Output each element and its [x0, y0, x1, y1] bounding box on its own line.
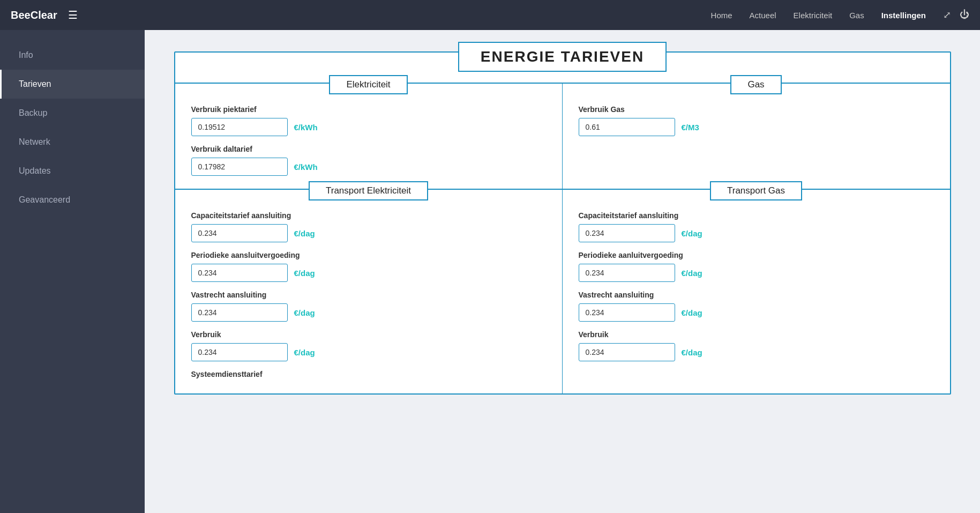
cap-gas-row: €/dag	[579, 224, 934, 242]
vastrecht-elek-unit: €/dag	[294, 308, 315, 317]
verbruik-elek-label: Verbruik	[191, 330, 546, 339]
periodieke-gas-label: Periodieke aanluitvergoeding	[579, 251, 934, 259]
verbruik-dal-unit: €/kWh	[294, 162, 318, 172]
verbruik-piek-unit: €/kWh	[294, 123, 318, 132]
verbruik-dal-input[interactable]	[191, 158, 288, 176]
vastrecht-elek-input[interactable]	[191, 303, 288, 322]
nav-home[interactable]: Home	[711, 11, 732, 20]
elektriciteit-section: Elektriciteit Verbruik piektarief €/kWh …	[175, 84, 563, 189]
nav-gas[interactable]: Gas	[849, 11, 864, 20]
gas-header-wrapper: Gas	[579, 75, 934, 94]
nav-instellingen[interactable]: Instellingen	[881, 11, 926, 20]
cap-gas-unit: €/dag	[682, 229, 702, 238]
page-title: ENERGIE TARIEVEN	[458, 42, 667, 72]
verbruik-elek-input[interactable]	[191, 343, 288, 361]
tarieven-card: ENERGIE TARIEVEN Elektriciteit Verbruik …	[174, 51, 951, 395]
transport-gas-header-wrapper: Transport Gas	[579, 181, 934, 200]
transport-gas-header: Transport Gas	[710, 181, 802, 200]
transport-elek-header-wrapper: Transport Elektriciteit	[191, 181, 546, 200]
top-two-columns: Elektriciteit Verbruik piektarief €/kWh …	[175, 83, 950, 189]
vastrecht-elek-label: Vastrecht aansluiting	[191, 291, 546, 299]
verbruik-gas-transport-input[interactable]	[579, 343, 675, 361]
expand-icon[interactable]: ⤢	[943, 9, 951, 21]
periodieke-elek-input[interactable]	[191, 264, 288, 282]
verbruik-dal-row: €/kWh	[191, 158, 546, 176]
topnav: BeeClear ☰ Home Actueel Elektriciteit Ga…	[0, 0, 980, 30]
vastrecht-gas-input[interactable]	[579, 303, 675, 322]
cap-gas-label: Capaciteitstarief aansluiting	[579, 211, 934, 220]
hamburger-icon[interactable]: ☰	[68, 9, 78, 21]
transport-gas-section: Transport Gas Capaciteitstarief aansluit…	[563, 190, 950, 393]
topnav-icons: ⤢ ⏻	[943, 9, 969, 21]
nav-elektriciteit[interactable]: Elektriciteit	[794, 11, 833, 20]
verbruik-gas-transport-unit: €/dag	[682, 348, 702, 357]
vastrecht-elek-row: €/dag	[191, 303, 546, 322]
nav-actueel[interactable]: Actueel	[750, 11, 776, 20]
transport-elektriciteit-section: Transport Elektriciteit Capaciteitstarie…	[175, 190, 563, 393]
card-title-wrapper: ENERGIE TARIEVEN	[175, 42, 950, 72]
main-content: ENERGIE TARIEVEN Elektriciteit Verbruik …	[145, 30, 980, 513]
cap-elek-input[interactable]	[191, 224, 288, 242]
cap-elek-unit: €/dag	[294, 229, 315, 238]
gas-header: Gas	[730, 75, 781, 94]
verbruik-gas-transport-row: €/dag	[579, 343, 934, 361]
periodieke-gas-row: €/dag	[579, 264, 934, 282]
elektriciteit-header: Elektriciteit	[329, 75, 407, 94]
verbruik-gas-label: Verbruik Gas	[579, 105, 934, 114]
verbruik-gas-input[interactable]	[579, 118, 675, 136]
logout-icon[interactable]: ⏻	[960, 9, 969, 21]
sidebar-item-updates[interactable]: Updates	[0, 157, 145, 185]
elektriciteit-header-wrapper: Elektriciteit	[191, 75, 546, 94]
sidebar: Info Tarieven Backup Netwerk Updates Gea…	[0, 30, 145, 513]
cap-elek-row: €/dag	[191, 224, 546, 242]
verbruik-elek-unit: €/dag	[294, 348, 315, 357]
verbruik-piek-input[interactable]	[191, 118, 288, 136]
sidebar-item-backup[interactable]: Backup	[0, 99, 145, 128]
verbruik-piek-label: Verbruik piektarief	[191, 105, 546, 114]
verbruik-piek-row: €/kWh	[191, 118, 546, 136]
vastrecht-gas-label: Vastrecht aansluiting	[579, 291, 934, 299]
cap-elek-label: Capaciteitstarief aansluiting	[191, 211, 546, 220]
systeemdiensttarief-label: Systeemdiensttarief	[191, 370, 546, 378]
verbruik-gas-transport-label: Verbruik	[579, 330, 934, 339]
periodieke-elek-unit: €/dag	[294, 269, 315, 278]
periodieke-gas-input[interactable]	[579, 264, 675, 282]
layout: Info Tarieven Backup Netwerk Updates Gea…	[0, 30, 980, 513]
periodieke-gas-unit: €/dag	[682, 269, 702, 278]
sidebar-item-info[interactable]: Info	[0, 41, 145, 70]
cap-gas-input[interactable]	[579, 224, 675, 242]
transport-row: Transport Elektriciteit Capaciteitstarie…	[175, 189, 950, 393]
transport-elektriciteit-header: Transport Elektriciteit	[309, 181, 428, 200]
vastrecht-gas-row: €/dag	[579, 303, 934, 322]
vastrecht-gas-unit: €/dag	[682, 308, 702, 317]
periodieke-elek-row: €/dag	[191, 264, 546, 282]
verbruik-dal-label: Verbruik daltarief	[191, 145, 546, 153]
nav-links: Home Actueel Elektriciteit Gas Instellin…	[711, 11, 926, 20]
brand-logo: BeeClear	[11, 9, 57, 21]
sidebar-item-netwerk[interactable]: Netwerk	[0, 128, 145, 157]
verbruik-gas-row: €/M3	[579, 118, 934, 136]
periodieke-elek-label: Periodieke aansluitvergoeding	[191, 251, 546, 259]
verbruik-gas-unit: €/M3	[682, 123, 699, 132]
sidebar-item-tarieven[interactable]: Tarieven	[0, 70, 145, 99]
verbruik-elek-row: €/dag	[191, 343, 546, 361]
sidebar-item-geavanceerd[interactable]: Geavanceerd	[0, 185, 145, 214]
gas-section: Gas Verbruik Gas €/M3	[563, 84, 950, 189]
